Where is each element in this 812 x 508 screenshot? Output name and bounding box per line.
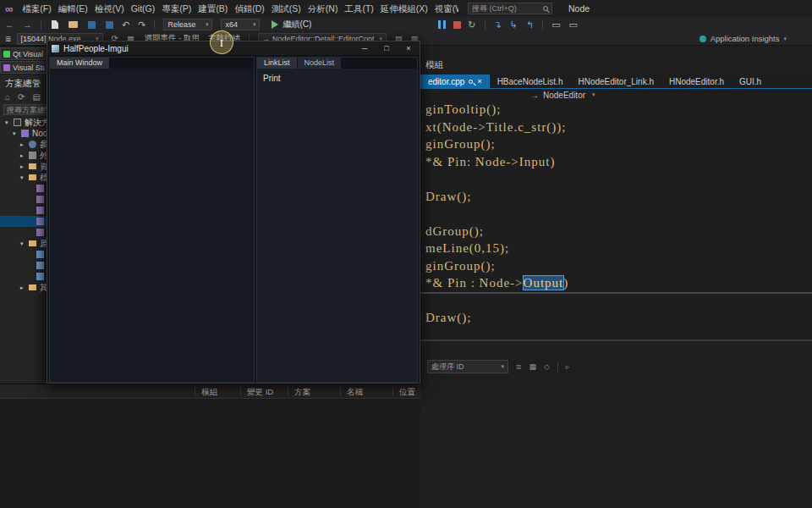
editor-tab[interactable]: HBaceNodeList.h: [490, 75, 571, 88]
application-insights-button[interactable]: Application Insights ▾: [700, 34, 807, 43]
quick-search-box[interactable]: 搜尋 (Ctrl+Q): [468, 3, 552, 14]
imgui-window-titlebar[interactable]: HalfPeople-Imgui ─ □ ×: [47, 41, 420, 55]
undo-icon[interactable]: ↶: [122, 17, 129, 32]
window-controls: ─ □ ×: [354, 41, 420, 55]
h-icon: [36, 229, 44, 236]
close-button[interactable]: ×: [398, 41, 420, 55]
menubar-item[interactable]: Git(G): [128, 0, 159, 17]
tab-main-window[interactable]: Main Window: [50, 58, 109, 69]
h-icon: [36, 218, 44, 225]
tab-nodelist[interactable]: NodeList: [298, 58, 342, 69]
menubar-item[interactable]: 檔案(F): [19, 0, 54, 17]
window-layout-icon[interactable]: ▭: [551, 17, 560, 32]
menubar-item[interactable]: 分析(N): [304, 0, 342, 17]
break-all-icon[interactable]: [438, 20, 446, 29]
menubar-item[interactable]: 編輯(E): [55, 0, 91, 17]
configuration-combo[interactable]: Release ▾: [163, 19, 212, 30]
code-line: ginTooltip();: [425, 101, 812, 119]
imgui-app-window[interactable]: HalfPeople-Imgui ─ □ × Main Window LinkL…: [47, 41, 420, 384]
minimize-button[interactable]: ─: [354, 41, 376, 55]
visual-studio-icon: [3, 64, 10, 71]
navigate-forward-icon[interactable]: →: [23, 17, 32, 32]
run-filter-icon[interactable]: ▹: [566, 360, 570, 373]
continue-debug-icon[interactable]: [272, 20, 278, 29]
chevron-down-icon: ▾: [783, 36, 787, 42]
pin-icon[interactable]: [469, 80, 473, 84]
editor-tab-label: HBaceNodeList.h: [497, 77, 563, 86]
expand-arrow-icon[interactable]: ▸: [20, 152, 29, 159]
expand-arrow-icon[interactable]: ▸: [20, 163, 29, 170]
menubar-item[interactable]: 專案(P): [158, 0, 195, 17]
menubar-item[interactable]: 延伸模組(X): [377, 0, 431, 17]
stop-debugging-icon[interactable]: [453, 21, 461, 29]
dock-tab-visual-studio[interactable]: Visual Stu: [0, 61, 46, 74]
menubar-item[interactable]: 工具(T): [341, 0, 376, 17]
editor-tab[interactable]: GUI.h: [732, 75, 769, 88]
code-line: meLine(0,15);: [425, 240, 812, 257]
breadcrumb-scope[interactable]: NodeEditor: [543, 91, 585, 100]
bottom-empty-area: [0, 399, 420, 508]
editor-tab[interactable]: HNodeEditor_Link.h: [570, 75, 661, 88]
home-icon[interactable]: ⌂: [5, 92, 10, 102]
grid-column-header[interactable]: 名稱: [347, 384, 363, 399]
refresh-icon[interactable]: ⟳: [18, 92, 25, 102]
code-line: Draw();: [425, 188, 812, 206]
editor-splitter[interactable]: [420, 292, 812, 294]
menubar-item[interactable]: 測試(S): [268, 0, 304, 17]
step-out-icon[interactable]: ↰: [526, 17, 534, 32]
grid-column-header[interactable]: 位置: [399, 384, 415, 399]
menubar-item[interactable]: 視窗(W): [431, 0, 458, 17]
restart-icon[interactable]: ↻: [468, 17, 475, 32]
redo-icon[interactable]: ↷: [138, 17, 145, 32]
print-button[interactable]: Print: [263, 74, 417, 83]
modules-panel-title[interactable]: 模組: [425, 59, 443, 71]
maximize-button[interactable]: □: [376, 41, 398, 55]
code-line: Draw();: [425, 309, 812, 327]
expand-arrow-icon[interactable]: ▾: [20, 240, 29, 247]
expand-arrow-icon[interactable]: ▸: [20, 284, 29, 291]
chevron-down-icon: ▾: [200, 21, 209, 28]
close-icon[interactable]: ×: [477, 77, 481, 86]
qt-icon: [3, 51, 10, 58]
menubar-item[interactable]: 建置(B): [195, 0, 231, 17]
step-over-icon[interactable]: ↳: [510, 17, 518, 32]
visual-studio-logo-icon: ∞: [5, 3, 13, 15]
editor-tab[interactable]: HNodeEditor.h: [661, 75, 732, 88]
grid-view-icon[interactable]: ▦: [529, 360, 536, 373]
open-folder-icon[interactable]: [69, 21, 78, 28]
step-into-icon[interactable]: ↴: [494, 17, 502, 32]
save-icon[interactable]: [88, 21, 96, 29]
column-separator: [288, 387, 288, 396]
menubar-item[interactable]: 偵錯(D): [231, 0, 268, 17]
code-editor[interactable]: ginTooltip();xt(Node->Title.c_str());gin…: [420, 101, 812, 340]
editor-tab[interactable]: editor.cpp×: [420, 75, 490, 88]
process-id-combo[interactable]: 處理序 ID ▾: [427, 360, 508, 373]
search-placeholder: 搜尋 (Ctrl+Q): [472, 3, 543, 14]
toolbar-separator: [41, 20, 41, 30]
expand-arrow-icon[interactable]: ▸: [20, 141, 29, 148]
tab-linklist[interactable]: LinkList: [257, 58, 297, 69]
grid-column-header[interactable]: 變更 ID: [247, 384, 273, 399]
expand-arrow-icon[interactable]: ▾: [13, 130, 21, 137]
save-all-icon[interactable]: [106, 21, 113, 29]
platform-value: x64: [225, 20, 238, 29]
expand-arrow-icon[interactable]: ▾: [5, 119, 14, 126]
show-all-files-icon[interactable]: ▤: [32, 92, 40, 102]
chevron-down-icon: ▾: [248, 21, 256, 28]
new-file-icon[interactable]: [52, 20, 58, 29]
grid-column-header[interactable]: 方案: [294, 384, 310, 399]
platform-combo[interactable]: x64 ▾: [221, 19, 260, 30]
expand-arrow-icon[interactable]: ▾: [20, 174, 29, 181]
window-layout-icon[interactable]: ▭: [569, 17, 578, 32]
menubar-item[interactable]: 檢視(V): [91, 0, 128, 17]
window-title: Node: [568, 0, 590, 17]
continue-label[interactable]: 繼續(C): [283, 19, 311, 30]
folder-icon: [29, 174, 36, 180]
project-icon: [21, 130, 29, 137]
grid-column-header[interactable]: 模組: [201, 384, 217, 399]
menu-icon[interactable]: ≡: [516, 360, 521, 373]
navigate-back-icon[interactable]: ←: [5, 17, 14, 32]
dock-tab-qt-visual[interactable]: Qt Visual: [0, 47, 46, 60]
solution-icon: [14, 119, 21, 126]
diamond-icon[interactable]: ◇: [544, 360, 550, 373]
